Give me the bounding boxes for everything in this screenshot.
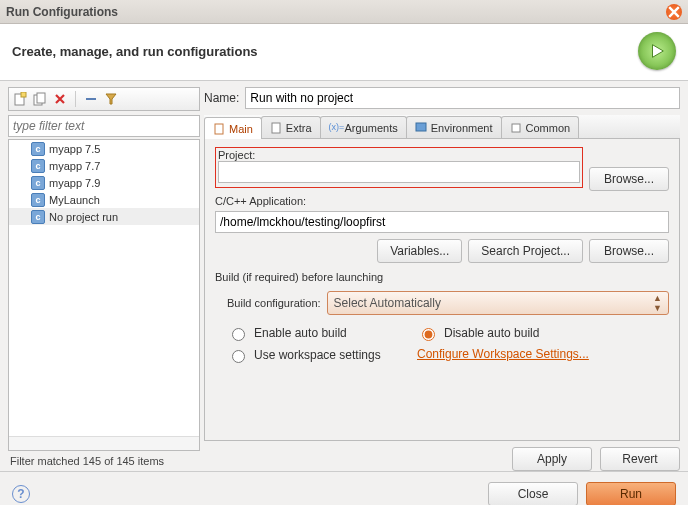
build-section-label: Build (if required) before launching <box>215 271 669 283</box>
window-close-button[interactable] <box>666 4 682 20</box>
duplicate-config-icon[interactable] <box>33 92 47 106</box>
tab-label: Common <box>526 122 571 134</box>
close-button[interactable]: Close <box>488 482 578 505</box>
window-title: Run Configurations <box>6 5 666 19</box>
build-config-select[interactable]: Select Automatically ▲▼ <box>327 291 669 315</box>
filter-status: Filter matched 145 of 145 items <box>8 451 200 471</box>
tab-label: Main <box>229 123 253 135</box>
tree-item-label: myapp 7.5 <box>49 143 100 155</box>
tree-item-selected[interactable]: cNo project run <box>9 208 199 225</box>
svg-rect-10 <box>512 124 520 132</box>
svg-rect-5 <box>86 98 96 100</box>
tab-extra[interactable]: Extra <box>261 116 321 138</box>
tree-item-label: myapp 7.7 <box>49 160 100 172</box>
run-button[interactable]: Run <box>586 482 676 505</box>
args-icon: (x)= <box>329 122 341 134</box>
radio-label: Enable auto build <box>254 326 347 340</box>
collapse-icon[interactable] <box>84 92 98 106</box>
config-tree[interactable]: cmyapp 7.5 cmyapp 7.7 cmyapp 7.9 cMyLaun… <box>8 139 200 451</box>
tab-label: Arguments <box>345 122 398 134</box>
env-icon <box>415 122 427 134</box>
svg-rect-2 <box>21 92 26 97</box>
apply-button[interactable]: Apply <box>512 447 592 471</box>
build-config-label: Build configuration: <box>227 297 321 309</box>
tree-item[interactable]: cMyLaunch <box>9 191 199 208</box>
filter-icon[interactable] <box>104 92 118 106</box>
project-browse-button[interactable]: Browse... <box>589 167 669 191</box>
delete-config-icon[interactable] <box>53 92 67 106</box>
search-project-button[interactable]: Search Project... <box>468 239 583 263</box>
c-app-icon: c <box>31 142 45 156</box>
app-browse-button[interactable]: Browse... <box>589 239 669 263</box>
app-label: C/C++ Application: <box>215 195 669 207</box>
tree-item[interactable]: cmyapp 7.5 <box>9 140 199 157</box>
tab-environment[interactable]: Environment <box>406 116 502 138</box>
name-label: Name: <box>204 91 239 105</box>
svg-rect-8 <box>272 123 280 133</box>
header-subtitle: Create, manage, and run configurations <box>12 44 638 59</box>
doc-icon <box>270 122 282 134</box>
variables-button[interactable]: Variables... <box>377 239 462 263</box>
help-button[interactable]: ? <box>12 485 30 503</box>
enable-auto-build-radio[interactable]: Enable auto build <box>227 325 417 341</box>
tree-item[interactable]: cmyapp 7.7 <box>9 157 199 174</box>
build-config-value: Select Automatically <box>334 296 441 310</box>
tab-label: Environment <box>431 122 493 134</box>
tab-bar: Main Extra (x)=Arguments Environment Com… <box>204 115 680 139</box>
common-icon <box>510 122 522 134</box>
filter-input[interactable] <box>8 115 200 137</box>
doc-icon <box>213 123 225 135</box>
project-input[interactable] <box>218 161 580 183</box>
c-app-icon: c <box>31 159 45 173</box>
tree-item-label: MyLaunch <box>49 194 100 206</box>
new-config-icon[interactable] <box>13 92 27 106</box>
tree-item[interactable]: cmyapp 7.9 <box>9 174 199 191</box>
app-input[interactable] <box>215 211 669 233</box>
c-app-icon: c <box>31 210 45 224</box>
close-icon <box>666 4 682 20</box>
disable-auto-build-radio[interactable]: Disable auto build <box>417 325 669 341</box>
configure-workspace-link[interactable]: Configure Workspace Settings... <box>417 347 669 363</box>
svg-marker-0 <box>653 45 664 58</box>
workspace-settings-radio[interactable]: Use workspace settings <box>227 347 417 363</box>
scrollbar[interactable] <box>9 436 199 450</box>
tab-arguments[interactable]: (x)=Arguments <box>320 116 407 138</box>
project-highlight: Project: <box>215 147 583 188</box>
tab-label: Extra <box>286 122 312 134</box>
chevron-updown-icon: ▲▼ <box>653 293 662 313</box>
revert-button[interactable]: Revert <box>600 447 680 471</box>
run-icon <box>638 32 676 70</box>
tab-common[interactable]: Common <box>501 116 580 138</box>
svg-rect-4 <box>37 93 45 103</box>
svg-rect-9 <box>416 123 426 131</box>
tree-item-label: No project run <box>49 211 118 223</box>
sidebar-toolbar <box>8 87 200 111</box>
c-app-icon: c <box>31 193 45 207</box>
tree-item-label: myapp 7.9 <box>49 177 100 189</box>
c-app-icon: c <box>31 176 45 190</box>
svg-rect-7 <box>215 124 223 134</box>
svg-marker-6 <box>106 94 116 104</box>
tab-main[interactable]: Main <box>204 117 262 139</box>
radio-label: Use workspace settings <box>254 348 381 362</box>
name-input[interactable] <box>245 87 680 109</box>
radio-label: Disable auto build <box>444 326 539 340</box>
project-label: Project: <box>218 149 580 161</box>
